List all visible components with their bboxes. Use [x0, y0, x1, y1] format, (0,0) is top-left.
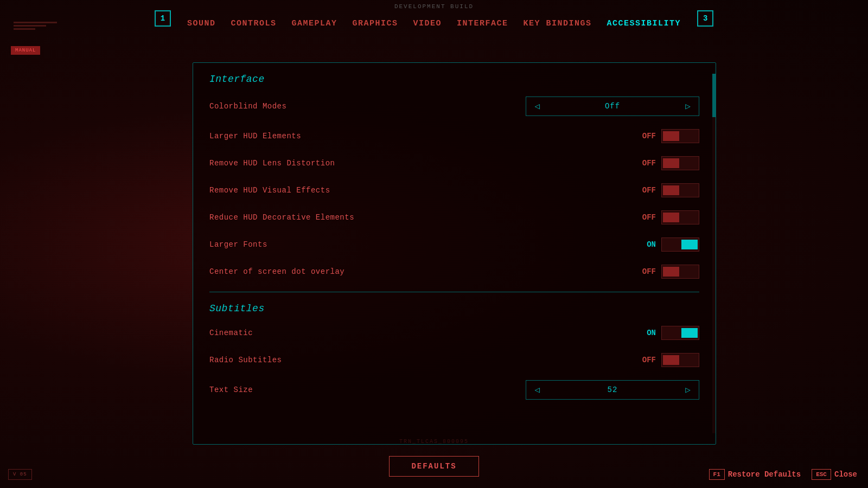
remove-hud-visual-label: Remove HUD Visual Effects — [209, 186, 330, 195]
larger-fonts-state: ON — [640, 240, 656, 249]
top-nav: 1 SOUND CONTROLS GAMEPLAY GRAPHICS VIDEO… — [0, 0, 868, 37]
text-size-value: 52 — [548, 386, 677, 394]
colorblind-arrow-right[interactable]: ▷ — [677, 97, 699, 115]
remove-hud-lens-toggle[interactable]: OFF — [640, 156, 699, 170]
remove-hud-visual-state: OFF — [640, 186, 656, 195]
bottom-bar: DEFAULTS — [0, 445, 868, 488]
setting-remove-hud-lens: Remove HUD Lens Distortion OFF — [209, 154, 699, 172]
larger-hud-state: OFF — [640, 132, 656, 140]
setting-colorblind: Colorblind Modes ◁ Off ▷ — [209, 94, 699, 118]
radio-subtitles-toggle[interactable]: OFF — [640, 353, 699, 367]
colorblind-label: Colorblind Modes — [209, 102, 286, 111]
nav-badge-1[interactable]: 1 — [155, 10, 171, 27]
text-size-label: Text Size — [209, 386, 253, 394]
tab-keybindings[interactable]: KEY BINDINGS — [524, 19, 592, 28]
tab-gameplay[interactable]: GAMEPLAY — [291, 19, 337, 28]
tab-controls[interactable]: CONTROLS — [231, 19, 276, 28]
nav-tabs: SOUND CONTROLS GAMEPLAY GRAPHICS VIDEO I… — [187, 19, 681, 28]
remove-hud-lens-label: Remove HUD Lens Distortion — [209, 159, 335, 168]
remove-hud-visual-toggle[interactable]: OFF — [640, 183, 699, 197]
remove-hud-lens-state: OFF — [640, 159, 656, 168]
defaults-button[interactable]: DEFAULTS — [389, 456, 478, 477]
setting-larger-hud: Larger HUD Elements OFF — [209, 127, 699, 145]
setting-radio-subtitles: Radio Subtitles OFF — [209, 351, 699, 369]
center-dot-toggle[interactable]: OFF — [640, 265, 699, 279]
left-top-badge: MANUAL — [11, 46, 40, 55]
radio-subtitles-track[interactable] — [661, 353, 699, 367]
tab-interface[interactable]: INTERFACE — [457, 19, 508, 28]
remove-hud-lens-thumb — [663, 158, 679, 168]
tab-sound[interactable]: SOUND — [187, 19, 216, 28]
colorblind-value: Off — [548, 102, 677, 111]
larger-hud-label: Larger HUD Elements — [209, 132, 301, 140]
text-size-selector[interactable]: ◁ 52 ▷ — [526, 380, 699, 400]
radio-subtitles-thumb — [663, 355, 679, 365]
tab-video[interactable]: VIDEO — [413, 19, 442, 28]
center-dot-thumb — [663, 267, 679, 277]
cinematic-state: ON — [640, 329, 656, 337]
nav-badge-3[interactable]: 3 — [697, 10, 713, 27]
reduce-hud-deco-thumb — [663, 213, 679, 222]
remove-hud-visual-thumb — [663, 185, 679, 195]
larger-fonts-toggle[interactable]: ON — [640, 237, 699, 252]
larger-fonts-thumb — [681, 240, 698, 249]
larger-fonts-label: Larger Fonts — [209, 240, 267, 249]
setting-larger-fonts: Larger Fonts ON — [209, 235, 699, 254]
radio-subtitles-state: OFF — [640, 356, 656, 364]
radio-subtitles-label: Radio Subtitles — [209, 356, 282, 364]
remove-hud-visual-track[interactable] — [661, 183, 699, 197]
main-panel: Interface Colorblind Modes ◁ Off ▷ Large… — [193, 62, 716, 445]
remove-hud-lens-track[interactable] — [661, 156, 699, 170]
larger-fonts-track[interactable] — [661, 237, 699, 252]
center-dot-label: Center of screen dot overlay — [209, 267, 344, 276]
scrollbar-thumb[interactable] — [712, 74, 716, 117]
bottom-deco: TRN_TLCAS_800095 — [399, 439, 469, 445]
colorblind-arrow-left[interactable]: ◁ — [526, 97, 548, 115]
larger-hud-toggle[interactable]: OFF — [640, 129, 699, 143]
tab-accessibility[interactable]: ACCESSIBILITY — [607, 19, 681, 28]
larger-hud-thumb — [663, 131, 679, 141]
colorblind-selector[interactable]: ◁ Off ▷ — [526, 97, 699, 116]
text-size-arrow-left[interactable]: ◁ — [526, 381, 548, 399]
reduce-hud-deco-state: OFF — [640, 213, 656, 222]
center-dot-state: OFF — [640, 267, 656, 276]
tab-graphics[interactable]: GRAPHICS — [352, 19, 398, 28]
subtitles-header: Subtitles — [209, 303, 699, 314]
setting-reduce-hud-deco: Reduce HUD Decorative Elements OFF — [209, 208, 699, 227]
cinematic-track[interactable] — [661, 326, 699, 340]
scrollbar[interactable] — [712, 74, 716, 433]
reduce-hud-deco-label: Reduce HUD Decorative Elements — [209, 213, 354, 222]
center-dot-track[interactable] — [661, 265, 699, 279]
cinematic-thumb — [681, 328, 698, 338]
reduce-hud-deco-track[interactable] — [661, 210, 699, 224]
setting-cinematic: Cinematic ON — [209, 324, 699, 342]
setting-center-dot: Center of screen dot overlay OFF — [209, 262, 699, 281]
reduce-hud-deco-toggle[interactable]: OFF — [640, 210, 699, 224]
setting-remove-hud-visual: Remove HUD Visual Effects OFF — [209, 181, 699, 200]
setting-text-size: Text Size ◁ 52 ▷ — [209, 378, 699, 402]
section-divider — [209, 292, 699, 292]
text-size-arrow-right[interactable]: ▷ — [677, 381, 699, 399]
cinematic-label: Cinematic — [209, 329, 253, 337]
cinematic-toggle[interactable]: ON — [640, 326, 699, 340]
interface-header: Interface — [209, 74, 699, 85]
larger-hud-track[interactable] — [661, 129, 699, 143]
